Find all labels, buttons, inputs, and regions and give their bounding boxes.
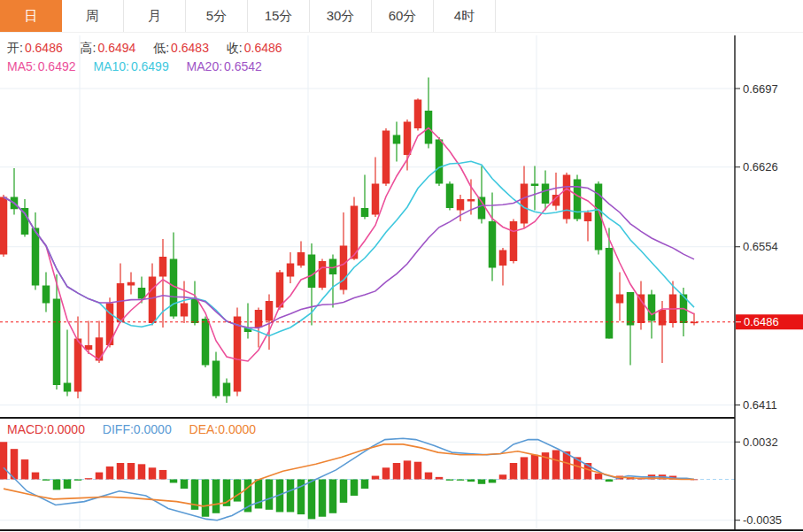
- tab-5min[interactable]: 5分: [186, 0, 248, 32]
- ma-line-10: [4, 161, 694, 335]
- open-value: 0.6486: [25, 41, 63, 55]
- close-label: 收:: [227, 41, 243, 55]
- open-label: 开:: [7, 41, 23, 55]
- ma10-value: 0.6499: [131, 59, 169, 73]
- price-axis: 0.66970.66260.65540.64110.0032-0.0035: [735, 82, 782, 528]
- ma5-label: MA5:: [7, 59, 36, 73]
- high-value: 0.6494: [98, 41, 136, 55]
- dea-value: 0.0000: [218, 422, 256, 436]
- diff-label: DIFF:: [103, 422, 134, 436]
- tab-4hour[interactable]: 4时: [434, 0, 496, 32]
- low-label: 低:: [153, 41, 169, 55]
- period-tabbar: 日周月5分15分30分60分4时: [0, 0, 803, 33]
- tab-week[interactable]: 周: [62, 0, 124, 32]
- svg-text:0.6626: 0.6626: [743, 160, 778, 173]
- ma10-label: MA10:: [93, 59, 128, 73]
- ma20-label: MA20:: [187, 59, 222, 73]
- tab-15min[interactable]: 15分: [248, 0, 310, 32]
- ma-readout: MA5:0.6492 MA10:0.6499 MA20:0.6542: [7, 59, 276, 73]
- svg-text:0.6554: 0.6554: [743, 240, 778, 253]
- low-value: 0.6483: [171, 41, 209, 55]
- macd-panel: [0, 438, 735, 520]
- macd-value: 0.0000: [47, 422, 85, 436]
- macd-readout: MACD:0.0000 DIFF:0.0000 DEA:0.0000: [7, 422, 270, 436]
- ma5-value: 0.6492: [38, 59, 76, 73]
- svg-text:0.6486: 0.6486: [744, 315, 779, 328]
- dea-label: DEA:: [189, 422, 219, 436]
- gridlines: [0, 35, 735, 530]
- close-value: 0.6486: [244, 41, 282, 55]
- svg-text:-0.0035: -0.0035: [743, 513, 782, 527]
- tab-month[interactable]: 月: [124, 0, 186, 32]
- svg-text:0.6411: 0.6411: [743, 398, 777, 412]
- tab-30min[interactable]: 30分: [310, 0, 372, 32]
- svg-text:0.6697: 0.6697: [743, 82, 778, 96]
- candles: [0, 78, 698, 404]
- svg-text:0.0032: 0.0032: [743, 436, 778, 449]
- current-price-badge: 0.6486: [736, 314, 803, 329]
- diff-value: 0.0000: [134, 422, 172, 436]
- chart-canvas[interactable]: 0.66970.66260.65540.64110.0032-0.00350.6…: [0, 0, 803, 532]
- tab-day[interactable]: 日: [0, 0, 62, 32]
- kline-chart-app: 0.66970.66260.65540.64110.0032-0.00350.6…: [0, 0, 803, 532]
- macd-label: MACD:: [7, 422, 47, 436]
- high-label: 高:: [81, 41, 97, 55]
- ma20-value: 0.6542: [224, 59, 262, 73]
- tab-60min[interactable]: 60分: [372, 0, 434, 32]
- ohlc-readout: 开:0.6486 高:0.6494 低:0.6483 收:0.6486: [7, 41, 297, 57]
